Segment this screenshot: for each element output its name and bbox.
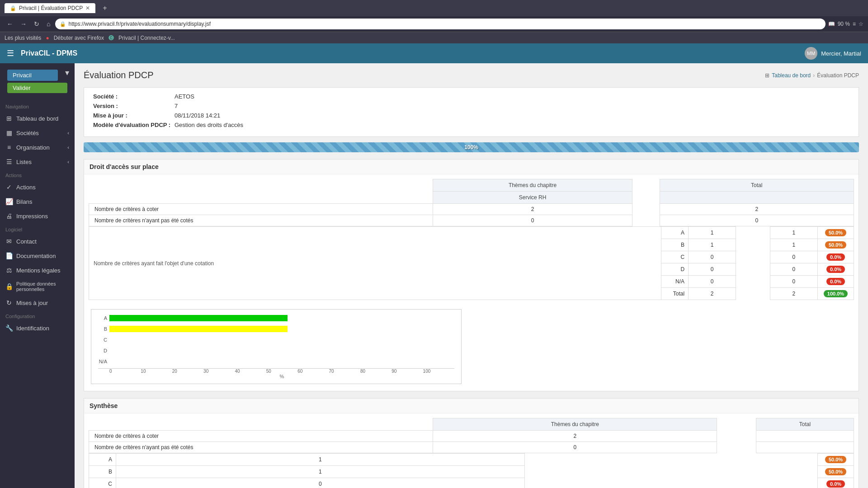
chart-row-a: A — [98, 314, 454, 322]
zoom-level: 90 % — [838, 21, 850, 27]
section1-title: Droit d'accès sur place — [84, 160, 859, 174]
breadcrumb-home[interactable]: Tableau de bord — [772, 72, 811, 79]
societe-label: Société : — [93, 93, 175, 100]
doc-icon: 📄 — [5, 252, 13, 259]
total-header: Total — [660, 179, 854, 192]
browser-tab-bar: 🔒 Privacil | Évaluation PDCP ✕ + — [0, 0, 868, 16]
s2-percentage-badge: 50.0% — [825, 468, 846, 475]
address-bar[interactable]: 🔒 https://www.privacil.fr/private/evalua… — [55, 19, 825, 29]
sidebar-item-actions[interactable]: ✓ Actions — [0, 180, 75, 194]
percentage-badge: 50.0% — [825, 229, 846, 236]
sidebar-item-listes[interactable]: ☰ Listes ‹ — [0, 155, 75, 169]
bar-b — [109, 326, 288, 332]
chart-row-d: D — [98, 347, 454, 355]
not-rated-label: Nombre de critères n'ayant pas été cotés — [89, 215, 433, 226]
sidebar-label-contact: Contact — [16, 238, 37, 245]
s2-criteria-label: Nombre de critères à coter — [89, 431, 433, 442]
s2-not-rated-service: 0 — [433, 442, 717, 453]
not-rated-row: Nombre de critères n'ayant pas été cotés… — [89, 215, 854, 226]
sidebar-label-societes: Sociétés — [16, 130, 39, 136]
chart-x-label: % — [98, 374, 454, 379]
s2-percentage-badge: 0.0% — [826, 480, 845, 488]
sidebar-label-mises: Mises à jour — [16, 300, 48, 306]
section2-title: Synthèse — [84, 399, 859, 413]
sidebar-item-politique[interactable]: 🔒 Politique données personnelles — [0, 277, 75, 296]
model-label: Modèle d'évaluation PDCP : — [93, 122, 175, 128]
progress-label: 100% — [464, 144, 478, 150]
home-btn[interactable]: ⌂ — [44, 19, 52, 28]
new-tab-btn[interactable]: + — [99, 4, 110, 12]
service-cell: 0 — [689, 276, 736, 288]
societes-icon: ▦ — [5, 129, 13, 136]
s2-service-cell: 1 — [116, 466, 525, 478]
s2-themes-header: Thèmes du chapitre — [433, 418, 717, 431]
sidebar-label-impressions: Impressions — [16, 213, 48, 220]
logiciel-section-label: Logiciel — [0, 223, 75, 234]
sidebar-dropdown-icon[interactable]: ▾ — [63, 66, 71, 83]
url-text: https://www.privacil.fr/private/evaluati… — [68, 21, 211, 27]
menu-btn[interactable]: ≡ — [853, 21, 856, 27]
reader-btn[interactable]: 📖 — [828, 21, 835, 27]
cotation-main-label: Nombre de critères ayant fait l'objet d'… — [89, 227, 661, 300]
chart-row-na: N/A — [98, 357, 454, 366]
criteria-service: 2 — [433, 204, 632, 215]
hamburger-menu[interactable]: ☰ — [7, 48, 14, 58]
reload-btn[interactable]: ↻ — [32, 19, 42, 28]
bookmark-privacil[interactable]: Privacil | Connectez-v... — [118, 35, 175, 41]
sidebar-item-organisation[interactable]: ≡ Organisation ‹ — [0, 140, 75, 155]
sidebar-item-bilans[interactable]: 📈 Bilans — [0, 194, 75, 209]
sidebar-label-identification: Identification — [16, 325, 49, 332]
s2-criteria-total — [756, 431, 854, 442]
sidebar-item-mises[interactable]: ↻ Mises à jour — [0, 296, 75, 310]
sidebar-item-impressions[interactable]: 🖨 Impressions — [0, 209, 75, 223]
bookmark-visited[interactable]: Les plus visités — [5, 35, 41, 41]
s2-criteria-service: 2 — [433, 431, 717, 442]
sidebar-label-listes: Listes — [16, 159, 32, 165]
percentage-badge: 0.0% — [826, 253, 845, 261]
sidebar-item-doc[interactable]: 📄 Documentation — [0, 249, 75, 263]
sidebar-item-mentions[interactable]: ⚖ Mentions légales — [0, 263, 75, 277]
sidebar-item-tableau[interactable]: ⊞ Tableau de bord — [0, 111, 75, 126]
update-label: Mise à jour : — [93, 112, 175, 119]
tab-title: Privacil | Évaluation PDCP — [19, 5, 83, 11]
info-section: Société : AETOS Version : 7 Mise à jour … — [84, 87, 859, 137]
bookmark-btn[interactable]: ☆ — [859, 21, 863, 27]
total-cell: 1 — [770, 227, 817, 239]
app-title: PrivaCIL - DPMS — [21, 49, 77, 57]
validate-btn[interactable]: Valider — [7, 83, 67, 93]
user-name: Mercier, Martial — [821, 50, 861, 57]
top-bar-left: ☰ PrivaCIL - DPMS — [7, 48, 77, 58]
mentions-icon: ⚖ — [5, 267, 13, 274]
total-cell: 2 — [770, 288, 817, 300]
tab-close-btn[interactable]: ✕ — [85, 5, 90, 11]
app-container: ☰ PrivaCIL - DPMS MM Mercier, Martial Pr… — [0, 43, 868, 488]
main-content: Évaluation PDCP ⊞ Tableau de bord › Éval… — [75, 63, 868, 488]
s2-total-header: Total — [756, 418, 854, 431]
page-title: Évaluation PDCP — [84, 70, 154, 80]
active-tab[interactable]: 🔒 Privacil | Évaluation PDCP ✕ — [5, 3, 95, 13]
privacil-btn[interactable]: Privacil — [7, 70, 58, 81]
sidebar-item-contact[interactable]: ✉ Contact — [0, 234, 75, 249]
letter-cell: C — [661, 251, 689, 263]
societes-arrow: ‹ — [67, 130, 69, 136]
listes-icon: ☰ — [5, 158, 13, 165]
section2-table: Thèmes du chapitre Total Nombre de critè… — [89, 418, 854, 453]
s2-badge-cell: 50.0% — [818, 454, 854, 466]
s2-letter-cell: C — [89, 478, 116, 488]
sidebar-item-identification[interactable]: 🔧 Identification — [0, 321, 75, 335]
identification-icon: 🔧 — [5, 324, 13, 332]
top-bar: ☰ PrivaCIL - DPMS MM Mercier, Martial — [0, 43, 868, 63]
s2-badge-cell: 0.0% — [818, 478, 854, 488]
update-value: 08/11/2018 14:21 — [175, 112, 220, 119]
politique-icon: 🔒 — [5, 283, 13, 290]
bilans-icon: 📈 — [5, 198, 13, 205]
back-btn[interactable]: ← — [5, 19, 15, 28]
main-layout: Privacil ▾ Valider Navigation ⊞ Tableau … — [0, 63, 868, 488]
bookmark-firefox[interactable]: Débuter avec Firefox — [54, 35, 104, 41]
contact-icon: ✉ — [5, 238, 13, 245]
page-header: Évaluation PDCP ⊞ Tableau de bord › Éval… — [84, 70, 859, 80]
service-cell: 2 — [689, 288, 736, 300]
sidebar-item-societes[interactable]: ▦ Sociétés ‹ — [0, 126, 75, 140]
forward-btn[interactable]: → — [18, 19, 29, 28]
letter-cell: A — [661, 227, 689, 239]
